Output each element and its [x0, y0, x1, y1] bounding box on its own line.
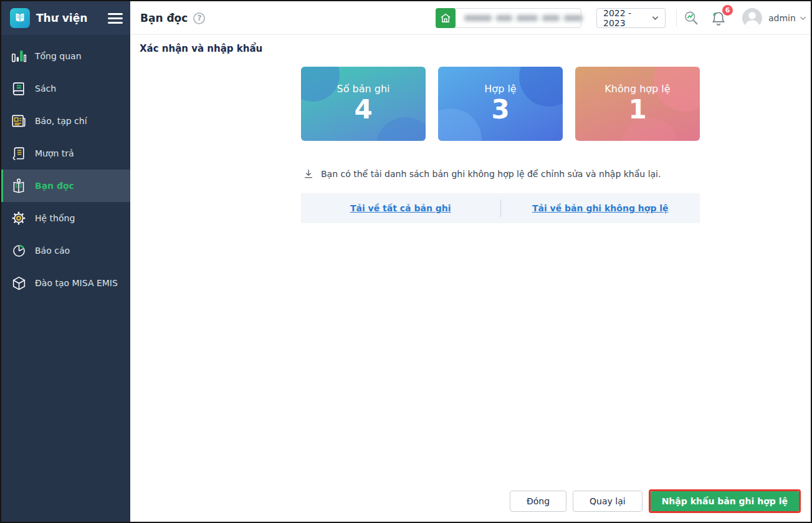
notifications-bell-icon[interactable]: 6 — [710, 9, 727, 29]
menu-toggle-icon[interactable] — [108, 9, 123, 27]
stat-label: Hợp lệ — [484, 83, 516, 95]
stat-card-valid: Hợp lệ 3 — [438, 67, 563, 141]
import-valid-records-button[interactable]: Nhập khẩu bản ghi hợp lệ — [651, 491, 799, 511]
stat-value: 4 — [354, 95, 372, 125]
sidebar-header: Thư viện — [1, 1, 130, 35]
user-menu[interactable]: admin — [768, 1, 806, 35]
download-invalid-records-link[interactable]: Tải về bản ghi không hợp lệ — [532, 203, 669, 213]
topbar: Bạn đọc ? 2022 - 2023 6 admin — [130, 1, 811, 35]
sidebar-item-ban-doc[interactable]: Bạn đọc — [1, 170, 130, 202]
page-title: Bạn đọc — [140, 12, 188, 24]
sidebar-item-bao-tap-chi[interactable]: Báo, tạp chí — [1, 105, 130, 137]
bar-chart-icon — [10, 47, 27, 65]
stat-card-invalid: Không hợp lệ 1 — [575, 67, 700, 141]
download-hint: Bạn có thể tải danh sách bản ghi không h… — [303, 168, 661, 180]
footer-actions: Đóng Quay lại Nhập khẩu bản ghi hợp lệ — [510, 489, 801, 513]
school-year-value: 2022 - 2023 — [603, 8, 652, 28]
school-house-icon — [436, 8, 456, 28]
user-name: admin — [768, 13, 796, 23]
sidebar-item-label: Sách — [35, 84, 56, 94]
sidebar-item-label: Báo cáo — [35, 246, 70, 256]
chevron-down-icon — [652, 16, 659, 21]
reader-icon — [10, 177, 27, 194]
stat-label: Không hợp lệ — [604, 83, 670, 95]
stat-value: 3 — [491, 95, 509, 125]
sidebar-item-tong-quan[interactable]: Tổng quan — [1, 40, 130, 72]
close-button[interactable]: Đóng — [510, 491, 566, 512]
user-avatar[interactable] — [742, 8, 762, 28]
header-divider — [676, 9, 677, 27]
sidebar-item-bao-cao[interactable]: Báo cáo — [1, 234, 130, 267]
gear-icon — [10, 209, 27, 227]
stat-label: Số bản ghi — [337, 83, 390, 95]
sidebar-item-label: Hệ thống — [35, 213, 75, 223]
sidebar-menu: Tổng quan Sách Báo, tạp chí Mượn trả — [1, 35, 130, 299]
stat-card-total-records: Số bản ghi 4 — [301, 67, 426, 141]
sidebar-item-sach[interactable]: Sách — [1, 72, 130, 105]
sidebar: Thư viện Tổng quan Sách Báo, tạp chí — [1, 1, 130, 522]
sidebar-item-dao-tao[interactable]: Đào tạo MISA EMIS — [1, 267, 130, 299]
sidebar-item-label: Bạn đọc — [35, 181, 74, 191]
book-icon — [10, 80, 27, 97]
school-year-dropdown[interactable]: 2022 - 2023 — [596, 8, 666, 28]
chevron-down-icon — [800, 16, 806, 21]
cube-icon — [10, 274, 27, 292]
school-selector[interactable] — [436, 8, 581, 28]
stat-value: 1 — [628, 95, 646, 125]
back-button[interactable]: Quay lại — [573, 491, 642, 512]
section-title: Xác nhận và nhập khẩu — [140, 43, 262, 54]
sidebar-item-he-thong[interactable]: Hệ thống — [1, 202, 130, 234]
download-icon — [303, 168, 314, 180]
borrow-return-icon — [10, 145, 27, 162]
help-icon[interactable]: ? — [193, 12, 205, 24]
pie-chart-icon — [10, 242, 27, 259]
sidebar-item-muon-tra[interactable]: Mượn trả — [1, 137, 130, 170]
download-links-box: Tải về tất cả bản ghi Tải về bản ghi khô… — [301, 193, 700, 223]
sidebar-item-label: Mượn trả — [35, 148, 74, 158]
annotation-highlight-box: Nhập khẩu bản ghi hợp lệ — [649, 489, 801, 513]
app-logo-book-icon — [10, 8, 30, 28]
download-hint-text: Bạn có thể tải danh sách bản ghi không h… — [321, 169, 661, 179]
main-content: Xác nhận và nhập khẩu Số bản ghi 4 Hợp l… — [130, 35, 811, 522]
newspaper-icon — [10, 112, 27, 130]
notification-badge: 6 — [722, 5, 733, 16]
sidebar-item-label: Tổng quan — [35, 51, 82, 61]
stat-cards: Số bản ghi 4 Hợp lệ 3 Không hợp lệ 1 — [301, 67, 700, 141]
download-all-records-link[interactable]: Tải về tất cả bản ghi — [350, 203, 451, 213]
sidebar-item-label: Đào tạo MISA EMIS — [35, 278, 118, 288]
school-name-redacted — [456, 15, 591, 21]
sidebar-item-label: Báo, tạp chí — [35, 116, 87, 126]
app-window: Thư viện Tổng quan Sách Báo, tạp chí — [0, 0, 812, 523]
search-analytics-icon[interactable] — [682, 9, 700, 29]
app-title: Thư viện — [36, 12, 108, 24]
